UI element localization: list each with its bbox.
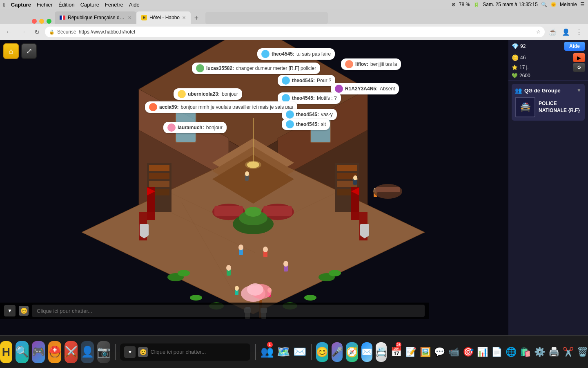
dock-item-lex[interactable]: 🖨️ [548, 342, 559, 362]
chat-bar-input[interactable] [150, 349, 246, 355]
diamond-icon: 💎 [512, 43, 519, 49]
dock-item-keynote[interactable]: 🎯 [463, 342, 474, 362]
dock-item-camera[interactable]: 📷 [97, 341, 110, 363]
dock-item-finder-mac[interactable]: 😊 [316, 342, 328, 362]
minimize-button[interactable] [39, 19, 44, 24]
tab-republique[interactable]: République Française de Habb... ✕ [55, 11, 136, 24]
avatar-theo1 [261, 50, 270, 58]
dock-item-reminders[interactable]: 📝 [405, 342, 416, 362]
svg-point-83 [178, 270, 190, 276]
dock-icon-helmet: ⛑️ [48, 346, 61, 358]
stats-top-row: 💎 92 Aide [512, 42, 585, 51]
menu-bar:  Capture Fichier Édition Capture Fenêtr… [0, 0, 588, 9]
chat-emoji-button[interactable]: 😊 [19, 306, 29, 316]
dock-item-cut[interactable]: ✂️ [563, 342, 574, 362]
nav-button[interactable]: ▶ [573, 53, 585, 62]
dock-item-appstore[interactable]: 🛍️ [520, 342, 531, 362]
app-name[interactable]: Capture [11, 2, 31, 8]
dock-icon-mail: ✉️ [293, 346, 306, 358]
dock-mac-mail: ✉️ [361, 347, 372, 357]
menu-bar-right: ⊛ 78 % 🔋 Sam. 25 mars à 13:35:15 🔍 🌞 Mel… [452, 2, 585, 7]
dock-item-mail[interactable]: ✉️ [293, 341, 306, 363]
dock-item-photos[interactable]: 🖼️ [420, 342, 431, 362]
new-tab-button[interactable]: + [191, 12, 202, 24]
dock-item-avatar[interactable]: 👤 [81, 341, 94, 363]
tab-close-habbo[interactable]: ✕ [182, 15, 186, 20]
dock-item-contacts[interactable]: 📇 [376, 342, 387, 362]
dock-mac-calendar: 📅 [391, 347, 402, 357]
chat-bubble-accia: accia59: bonjour mmh je voulais travaill… [145, 101, 297, 113]
taskbar: H 🔍 🎮 ⛑️ ⚔️ 👤 📷 ▼ 😊 👥 1 🗺️ ✉️ 😊 [0, 335, 588, 368]
svg-rect-27 [149, 181, 169, 187]
dock-item-numbers[interactable]: 📊 [477, 342, 488, 362]
search-icon[interactable]: 🔍 [541, 2, 547, 7]
expand-button[interactable]: ⤢ [21, 43, 37, 59]
refresh-button[interactable]: ↻ [31, 26, 42, 38]
dock-item-calendar[interactable]: 📅 25 [390, 341, 402, 363]
profile-button[interactable]: 👤 [560, 26, 572, 38]
dock-item-sysprefs[interactable]: ⚙️ [534, 342, 545, 362]
group-name-text: POLICENATIONALE {R.F} [539, 100, 580, 114]
dock-item-nav[interactable]: 🗺️ [277, 341, 290, 363]
dock-mac-photos: 🖼️ [420, 347, 431, 357]
group-icon: 👥 [515, 87, 522, 94]
maximize-button[interactable] [47, 19, 51, 24]
close-button[interactable] [32, 19, 37, 24]
username-liflov: liflov: [355, 61, 368, 67]
dock-item-finder[interactable]: 🔍 [16, 341, 29, 363]
dock-item-helm[interactable]: ⛑️ [48, 341, 61, 363]
dock-item-people[interactable]: 👥 1 [261, 341, 274, 363]
dock-item-trash[interactable]: 🗑️ [577, 342, 588, 362]
menu-edition[interactable]: Édition [58, 2, 75, 8]
aide-button[interactable]: Aide [564, 42, 585, 51]
chat-dropdown-button[interactable]: ▼ [4, 305, 16, 316]
tab-close-republique[interactable]: ✕ [128, 15, 131, 20]
chat-bar-emoji[interactable]: 😊 [138, 347, 148, 357]
dock-item-clash[interactable]: ⚔️ [65, 341, 78, 363]
username-theo4: theo4545: [296, 112, 319, 117]
group-dropdown-button[interactable]: ▼ [577, 88, 581, 93]
tab-favicon-fr [60, 16, 65, 20]
dock-item-habbo[interactable]: H [0, 341, 12, 363]
dock-divider-1 [115, 344, 116, 360]
avatar-accia [149, 103, 157, 111]
address-bar[interactable]: 🔒 Sécurisé https://www.habbo.fr/hotel ☆ [45, 27, 545, 37]
dock-item-safari[interactable]: 🧭 [346, 342, 358, 362]
dock-item-messages[interactable]: 💬 [434, 342, 445, 362]
group-badge: 🚔 [515, 97, 535, 117]
menu-extras-icon[interactable]: ☰ [580, 2, 585, 7]
home-button[interactable]: ⌂ [3, 43, 19, 59]
svg-rect-18 [214, 206, 243, 216]
dock-item-habbo2[interactable]: 🎮 [32, 341, 45, 363]
dock-item-facetime[interactable]: 📹 [448, 342, 459, 362]
dock-mac-numbers: 📊 [477, 347, 488, 357]
chat-bar-dropdown[interactable]: ▼ [124, 346, 136, 358]
back-button[interactable]: ← [3, 26, 15, 38]
menu-fichier[interactable]: Fichier [37, 2, 53, 8]
more-button[interactable]: ⋮ [573, 26, 585, 38]
bookmark-icon[interactable]: ☆ [536, 29, 541, 35]
dock-mac-reminders: 📝 [405, 347, 416, 357]
text-accia: bonjour mmh je voulais travailler ici ma… [180, 104, 293, 110]
chat-bubble-r1a2: R1A2Y3A4N5: Absent [331, 83, 399, 94]
apple-menu[interactable]:  [3, 2, 5, 8]
menu-capture[interactable]: Capture [80, 2, 99, 8]
menu-fenetre[interactable]: Fenêtre [105, 2, 123, 8]
tab-habbo[interactable]: H Hôtel - Habbo ✕ [136, 11, 191, 24]
game-scene[interactable]: ⌂ ⤢ theo4545: tu sais pas faire liflov: … [0, 40, 508, 352]
dock-item-pages[interactable]: 📄 [491, 342, 502, 362]
chat-input[interactable] [32, 305, 425, 317]
text-liflov: benjjiii tes la [370, 61, 397, 67]
avatar-theo2 [282, 76, 290, 85]
menu-aide[interactable]: Aide [129, 2, 140, 8]
dock-item-chrome[interactable]: 🌐 [506, 342, 517, 362]
forward-button[interactable]: → [17, 26, 29, 38]
dock-item-mail-mac[interactable]: ✉️ [361, 342, 372, 362]
dock-item-siri[interactable]: 🎤 [332, 342, 343, 362]
dock-icon-camera: 📷 [97, 346, 110, 358]
extensions-button[interactable]: ☕ [547, 26, 559, 38]
gold-value: 46 [520, 55, 526, 61]
credits-icon: 💚 [512, 73, 518, 79]
settings-button[interactable]: ⚙ [573, 63, 585, 72]
game-controls: ⌂ ⤢ [3, 43, 37, 59]
